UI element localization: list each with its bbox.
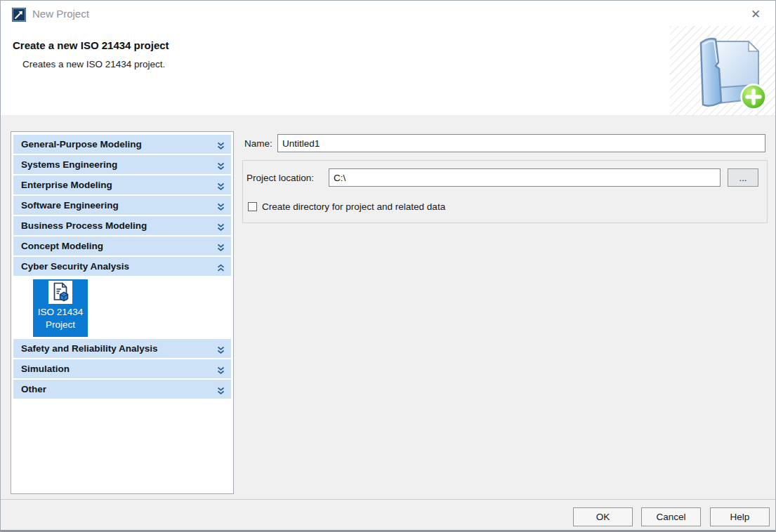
footer-separator <box>1 499 775 500</box>
chevron-double-down-icon <box>217 242 225 251</box>
category-label: Software Engineering <box>21 200 217 211</box>
close-icon[interactable]: ✕ <box>744 4 767 25</box>
category-label: Simulation <box>21 364 217 374</box>
chevron-double-up-icon <box>217 262 225 271</box>
help-button[interactable]: Help <box>710 507 770 526</box>
project-location-input[interactable] <box>329 168 721 187</box>
chevron-double-down-icon <box>217 385 225 394</box>
window-title: New Project <box>32 8 89 20</box>
category-label: Concept Modeling <box>21 241 217 251</box>
chevron-double-down-icon <box>217 181 225 189</box>
new-project-folder-icon <box>684 26 774 115</box>
cyber-security-templates-area: ISO 21434 Project <box>13 277 231 339</box>
title-bar: New Project ✕ <box>1 1 775 29</box>
template-label-line1: ISO 21434 <box>38 306 84 319</box>
chevron-double-down-icon <box>217 365 225 373</box>
new-project-dialog: New Project ✕ Create a new ISO 21434 pro… <box>0 0 776 532</box>
category-label: Business Process Modeling <box>21 220 217 231</box>
category-enterprise-modeling[interactable]: Enterprise Modeling <box>13 175 231 194</box>
name-input[interactable] <box>277 134 765 152</box>
category-label: Cyber Security Analysis <box>21 261 217 272</box>
category-other[interactable]: Other <box>13 380 231 399</box>
create-directory-label: Create directory for project and related… <box>262 201 445 212</box>
template-category-panel: General-Purpose Modeling Systems Enginee… <box>11 131 234 494</box>
app-logo-icon <box>12 8 26 22</box>
chevron-double-down-icon <box>217 222 225 230</box>
category-concept-modeling[interactable]: Concept Modeling <box>13 237 231 255</box>
category-software-engineering[interactable]: Software Engineering <box>13 196 231 215</box>
banner-title: Create a new ISO 21434 project <box>13 39 169 51</box>
cancel-button[interactable]: Cancel <box>641 507 701 526</box>
template-label-line2: Project <box>46 319 75 331</box>
category-label: Systems Engineering <box>21 159 217 170</box>
category-label: General-Purpose Modeling <box>21 139 217 149</box>
category-label: Other <box>21 384 217 394</box>
category-label: Enterprise Modeling <box>21 180 217 190</box>
chevron-double-down-icon <box>217 201 225 210</box>
category-simulation[interactable]: Simulation <box>13 359 231 378</box>
category-business-process-modeling[interactable]: Business Process Modeling <box>13 216 231 235</box>
chevron-double-down-icon <box>217 345 225 353</box>
category-safety-and-reliability-analysis[interactable]: Safety and Reliability Analysis <box>13 339 231 358</box>
banner-subtitle: Creates a new ISO 21434 project. <box>22 59 165 69</box>
template-iso-21434-project[interactable]: ISO 21434 Project <box>33 279 88 337</box>
dialog-top-band: New Project ✕ Create a new ISO 21434 pro… <box>1 1 775 115</box>
chevron-double-down-icon <box>217 161 225 169</box>
project-location-label: Project location: <box>246 173 314 183</box>
category-cyber-security-analysis[interactable]: Cyber Security Analysis <box>13 257 231 276</box>
category-label: Safety and Reliability Analysis <box>21 343 217 354</box>
name-label: Name: <box>244 138 272 149</box>
iso-21434-project-icon <box>48 281 72 304</box>
category-systems-engineering[interactable]: Systems Engineering <box>13 155 231 174</box>
ok-button[interactable]: OK <box>573 507 633 526</box>
category-general-purpose-modeling[interactable]: General-Purpose Modeling <box>13 135 231 154</box>
create-directory-checkbox[interactable] <box>248 202 257 211</box>
chevron-double-down-icon <box>217 140 225 149</box>
browse-button[interactable]: ... <box>728 168 758 187</box>
